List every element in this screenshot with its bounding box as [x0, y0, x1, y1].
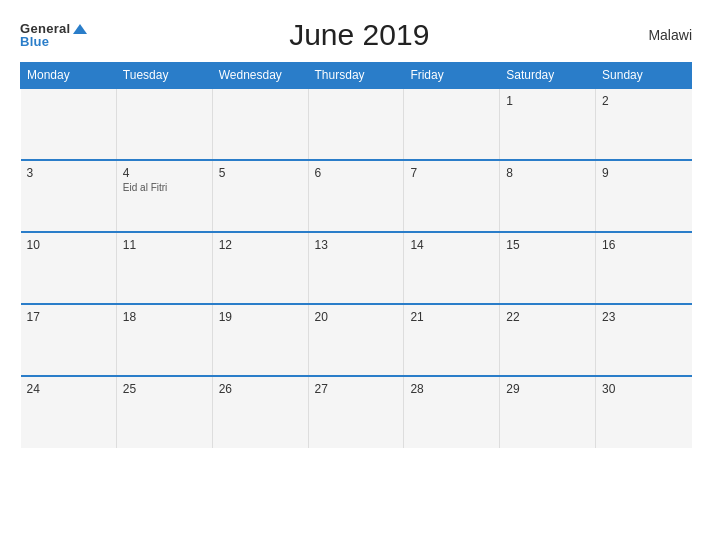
day-number: 12: [219, 238, 302, 252]
day-number: 18: [123, 310, 206, 324]
calendar-title: June 2019: [87, 18, 632, 52]
day-number: 15: [506, 238, 589, 252]
col-monday: Monday: [21, 63, 117, 89]
day-number: 3: [27, 166, 110, 180]
day-number: 28: [410, 382, 493, 396]
calendar-week-row: 34Eid al Fitri56789: [21, 160, 692, 232]
day-number: 7: [410, 166, 493, 180]
day-event-label: Eid al Fitri: [123, 182, 206, 193]
calendar-day-cell: 27: [308, 376, 404, 448]
day-number: 20: [315, 310, 398, 324]
day-number: 5: [219, 166, 302, 180]
calendar-day-cell: 1: [500, 88, 596, 160]
day-number: 4: [123, 166, 206, 180]
calendar-day-cell: 26: [212, 376, 308, 448]
calendar-day-cell: 9: [596, 160, 692, 232]
day-number: 1: [506, 94, 589, 108]
day-number: 19: [219, 310, 302, 324]
calendar-day-cell: 3: [21, 160, 117, 232]
day-number: 13: [315, 238, 398, 252]
day-number: 17: [27, 310, 110, 324]
day-number: 9: [602, 166, 685, 180]
calendar-day-cell: [308, 88, 404, 160]
logo-blue-text: Blue: [20, 35, 87, 48]
calendar-day-cell: 12: [212, 232, 308, 304]
calendar-day-cell: 19: [212, 304, 308, 376]
calendar-day-cell: 10: [21, 232, 117, 304]
logo-triangle-icon: [73, 24, 87, 34]
calendar-day-cell: 5: [212, 160, 308, 232]
logo: General Blue: [20, 22, 87, 48]
day-number: 24: [27, 382, 110, 396]
calendar-page: General Blue June 2019 Malawi Monday Tue…: [0, 0, 712, 550]
day-number: 29: [506, 382, 589, 396]
calendar-day-cell: 30: [596, 376, 692, 448]
calendar-day-cell: 13: [308, 232, 404, 304]
calendar-day-cell: [116, 88, 212, 160]
col-saturday: Saturday: [500, 63, 596, 89]
day-number: 26: [219, 382, 302, 396]
calendar-day-cell: [212, 88, 308, 160]
day-number: 27: [315, 382, 398, 396]
day-number: 22: [506, 310, 589, 324]
calendar-day-cell: 17: [21, 304, 117, 376]
calendar-day-cell: 22: [500, 304, 596, 376]
day-number: 2: [602, 94, 685, 108]
col-sunday: Sunday: [596, 63, 692, 89]
calendar-day-cell: 8: [500, 160, 596, 232]
day-number: 25: [123, 382, 206, 396]
calendar-day-cell: 11: [116, 232, 212, 304]
calendar-day-cell: 6: [308, 160, 404, 232]
country-label: Malawi: [632, 27, 692, 43]
calendar-day-cell: 7: [404, 160, 500, 232]
col-friday: Friday: [404, 63, 500, 89]
header: General Blue June 2019 Malawi: [20, 18, 692, 52]
calendar-day-cell: 20: [308, 304, 404, 376]
calendar-day-cell: 29: [500, 376, 596, 448]
col-wednesday: Wednesday: [212, 63, 308, 89]
day-number: 10: [27, 238, 110, 252]
calendar-day-cell: 25: [116, 376, 212, 448]
day-number: 21: [410, 310, 493, 324]
calendar-day-cell: 2: [596, 88, 692, 160]
calendar-day-cell: 21: [404, 304, 500, 376]
calendar-day-cell: 28: [404, 376, 500, 448]
calendar-week-row: 24252627282930: [21, 376, 692, 448]
calendar-header-row: Monday Tuesday Wednesday Thursday Friday…: [21, 63, 692, 89]
col-tuesday: Tuesday: [116, 63, 212, 89]
day-number: 11: [123, 238, 206, 252]
day-number: 23: [602, 310, 685, 324]
calendar-day-cell: [404, 88, 500, 160]
calendar-day-cell: 23: [596, 304, 692, 376]
day-number: 16: [602, 238, 685, 252]
calendar-day-cell: 16: [596, 232, 692, 304]
calendar-day-cell: 24: [21, 376, 117, 448]
calendar-day-cell: 4Eid al Fitri: [116, 160, 212, 232]
day-number: 8: [506, 166, 589, 180]
col-thursday: Thursday: [308, 63, 404, 89]
calendar-day-cell: [21, 88, 117, 160]
calendar-day-cell: 18: [116, 304, 212, 376]
calendar-day-cell: 15: [500, 232, 596, 304]
calendar-day-cell: 14: [404, 232, 500, 304]
calendar-week-row: 17181920212223: [21, 304, 692, 376]
calendar-table: Monday Tuesday Wednesday Thursday Friday…: [20, 62, 692, 448]
calendar-week-row: 10111213141516: [21, 232, 692, 304]
calendar-week-row: 12: [21, 88, 692, 160]
day-number: 30: [602, 382, 685, 396]
day-number: 14: [410, 238, 493, 252]
day-number: 6: [315, 166, 398, 180]
